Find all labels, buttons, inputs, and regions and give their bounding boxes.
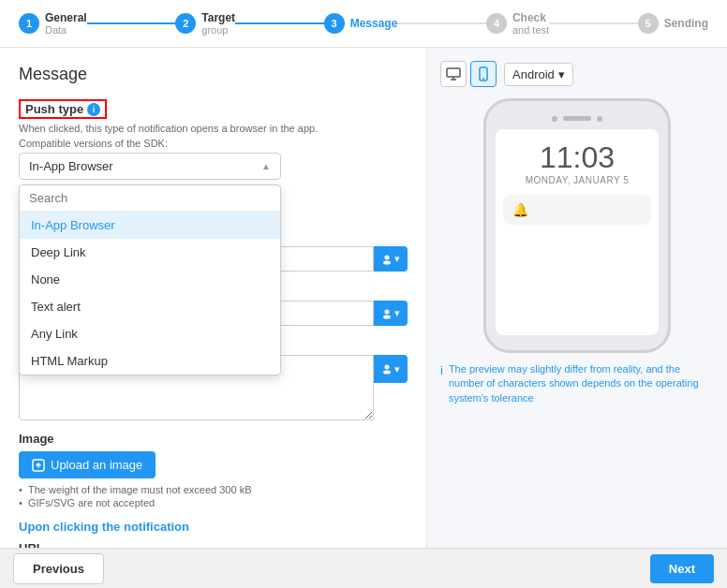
svg-point-5 xyxy=(383,315,391,318)
step-label-1: General Data xyxy=(45,11,87,36)
push-type-hint2: Compatible versions of the SDK: xyxy=(19,138,408,149)
push-type-label: Push type xyxy=(25,102,83,116)
step-sending[interactable]: 5 Sending xyxy=(638,13,708,34)
image-bullet-2: GIFs/SVG are not accepted xyxy=(19,497,408,508)
push-type-label-wrapper: Push type i xyxy=(19,99,408,119)
dropdown-item-deeplink[interactable]: Deep Link xyxy=(20,239,280,266)
dropdown-item-html[interactable]: HTML Markup xyxy=(20,347,280,375)
connector-2 xyxy=(235,22,324,24)
device-icons xyxy=(440,61,497,87)
title-personalize-btn[interactable]: ▾ xyxy=(374,246,408,272)
onclick-section: Upon clicking the notification URL ▾ xyxy=(19,520,408,548)
step-circle-3: 3 xyxy=(324,13,345,34)
upload-image-label: Upload an image xyxy=(51,458,142,472)
step-label-4: Check and test xyxy=(512,11,549,36)
step-check[interactable]: 4 Check and test xyxy=(486,11,549,36)
mobile-icon-btn[interactable] xyxy=(470,61,497,87)
dropdown-search-wrapper xyxy=(20,185,280,212)
step-label-2: Target group xyxy=(201,11,235,36)
os-label: Android xyxy=(512,67,555,81)
svg-point-13 xyxy=(482,78,484,80)
image-field-row: Image Upload an image The weight of the … xyxy=(19,432,408,508)
svg-point-6 xyxy=(385,365,390,370)
step-circle-5: 5 xyxy=(638,13,659,34)
onclick-label: Upon clicking the notification xyxy=(19,520,408,534)
upload-image-button[interactable]: Upload an image xyxy=(19,451,156,478)
preview-note-text: The preview may slightly differ from rea… xyxy=(449,362,714,405)
desktop-icon-btn[interactable] xyxy=(440,61,467,87)
message-personalize-btn[interactable]: ▾ xyxy=(374,355,408,383)
phone-dot-1 xyxy=(552,116,557,122)
svg-point-7 xyxy=(383,371,391,375)
push-type-select[interactable]: In-App Browser ▲ xyxy=(19,153,281,180)
notification-icon: 🔔 xyxy=(512,202,528,217)
page-title: Message xyxy=(19,65,408,84)
step-circle-2: 2 xyxy=(175,13,196,34)
connector-3 xyxy=(397,22,486,24)
footer: Previous Next xyxy=(0,548,727,588)
right-panel: Android ▾ 11:03 MONDAY, JANUARY 5 🔔 i Th… xyxy=(427,48,727,548)
step-general[interactable]: 1 General Data xyxy=(19,11,87,36)
svg-point-3 xyxy=(383,260,391,264)
phone-dot-2 xyxy=(597,116,602,122)
url-label: URL xyxy=(19,541,408,548)
step-target[interactable]: 2 Target group xyxy=(175,11,235,36)
phone-mockup: 11:03 MONDAY, JANUARY 5 🔔 xyxy=(483,98,671,353)
push-type-info-icon[interactable]: i xyxy=(87,103,100,116)
phone-notification: 🔔 xyxy=(503,195,651,225)
dropdown-item-none[interactable]: None xyxy=(20,266,280,293)
device-toolbar: Android ▾ xyxy=(440,61,714,87)
phone-speaker xyxy=(563,116,591,121)
connector-1 xyxy=(87,22,176,24)
dropdown-item-inapp[interactable]: In-App Browser xyxy=(20,212,280,239)
next-button[interactable]: Next xyxy=(650,554,714,583)
phone-notch xyxy=(552,116,602,122)
step-label-3: Message xyxy=(350,17,398,30)
push-type-field: Push type i When clicked, this type of n… xyxy=(19,99,408,180)
progress-bar: 1 General Data 2 Target group 3 Message … xyxy=(0,0,727,48)
previous-button[interactable]: Previous xyxy=(13,553,104,584)
connector-4 xyxy=(549,22,638,24)
left-panel: Message Push type i When clicked, this t… xyxy=(0,48,427,548)
svg-rect-11 xyxy=(447,68,460,77)
phone-date: MONDAY, JANUARY 5 xyxy=(503,175,651,185)
push-type-label-box: Push type i xyxy=(19,99,107,119)
phone-time: 11:03 xyxy=(503,140,651,175)
phone-screen: 11:03 MONDAY, JANUARY 5 🔔 xyxy=(496,129,659,335)
os-select[interactable]: Android ▾ xyxy=(504,63,573,86)
step-label-5: Sending xyxy=(664,17,708,30)
push-type-caret-icon: ▲ xyxy=(261,161,271,171)
push-type-hint: When clicked, this type of notification … xyxy=(19,123,408,134)
subtitle-personalize-btn[interactable]: ▾ xyxy=(374,301,408,326)
main-content: Message Push type i When clicked, this t… xyxy=(0,48,727,548)
image-bullets: The weight of the image must not exceed … xyxy=(19,484,408,508)
push-type-select-wrapper: In-App Browser ▲ In-App Browser Deep Lin… xyxy=(19,153,408,180)
image-bullet-1: The weight of the image must not exceed … xyxy=(19,484,408,495)
dropdown-item-textalert[interactable]: Text alert xyxy=(20,293,280,320)
preview-note: i The preview may slightly differ from r… xyxy=(440,362,714,405)
step-message[interactable]: 3 Message xyxy=(324,13,398,34)
dropdown-search-input[interactable] xyxy=(29,191,271,205)
dropdown-item-anylink[interactable]: Any Link xyxy=(20,320,280,347)
step-circle-1: 1 xyxy=(19,13,39,34)
preview-info-icon: i xyxy=(440,362,443,379)
svg-point-4 xyxy=(385,309,390,314)
svg-point-2 xyxy=(385,255,390,259)
step-circle-4: 4 xyxy=(486,13,507,34)
os-caret-icon: ▾ xyxy=(558,67,565,81)
push-type-selected-value: In-App Browser xyxy=(29,159,113,173)
image-label: Image xyxy=(19,432,408,446)
push-type-dropdown: In-App Browser Deep Link None Text alert… xyxy=(19,184,281,375)
